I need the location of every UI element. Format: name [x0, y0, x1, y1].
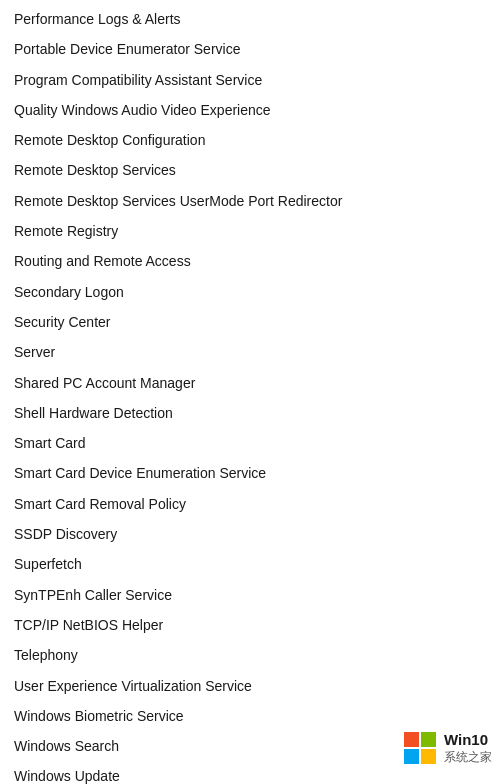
service-item[interactable]: Remote Desktop Configuration: [0, 125, 500, 155]
svg-rect-1: [421, 732, 436, 747]
service-item[interactable]: Portable Device Enumerator Service: [0, 34, 500, 64]
service-item[interactable]: Security Center: [0, 307, 500, 337]
service-item[interactable]: Program Compatibility Assistant Service: [0, 65, 500, 95]
service-item[interactable]: SynTPEnh Caller Service: [0, 580, 500, 610]
service-item[interactable]: Remote Registry: [0, 216, 500, 246]
service-item[interactable]: Superfetch: [0, 549, 500, 579]
service-item[interactable]: TCP/IP NetBIOS Helper: [0, 610, 500, 640]
service-item[interactable]: Secondary Logon: [0, 277, 500, 307]
service-item[interactable]: Smart Card Device Enumeration Service: [0, 458, 500, 488]
service-item[interactable]: Remote Desktop Services UserMode Port Re…: [0, 186, 500, 216]
svg-rect-0: [404, 732, 419, 747]
windows-logo-icon: [402, 730, 438, 766]
service-item[interactable]: Telephony: [0, 640, 500, 670]
watermark: Win10 系统之家: [402, 730, 492, 766]
service-item[interactable]: Quality Windows Audio Video Experience: [0, 95, 500, 125]
service-item[interactable]: Windows Biometric Service: [0, 701, 500, 731]
service-item[interactable]: Shared PC Account Manager: [0, 368, 500, 398]
service-item[interactable]: Shell Hardware Detection: [0, 398, 500, 428]
service-item[interactable]: Server: [0, 337, 500, 367]
service-item[interactable]: Smart Card Removal Policy: [0, 489, 500, 519]
service-item[interactable]: Routing and Remote Access: [0, 246, 500, 276]
win-subtitle: 系统之家: [444, 750, 492, 766]
service-item[interactable]: User Experience Virtualization Service: [0, 671, 500, 701]
service-item[interactable]: Smart Card: [0, 428, 500, 458]
service-list: Performance Logs & AlertsPortable Device…: [0, 0, 500, 784]
watermark-text: Win10 系统之家: [444, 730, 492, 765]
service-item[interactable]: Remote Desktop Services: [0, 155, 500, 185]
service-item[interactable]: SSDP Discovery: [0, 519, 500, 549]
svg-rect-2: [404, 749, 419, 764]
svg-rect-3: [421, 749, 436, 764]
service-item[interactable]: Performance Logs & Alerts: [0, 4, 500, 34]
win-title: Win10: [444, 730, 492, 750]
